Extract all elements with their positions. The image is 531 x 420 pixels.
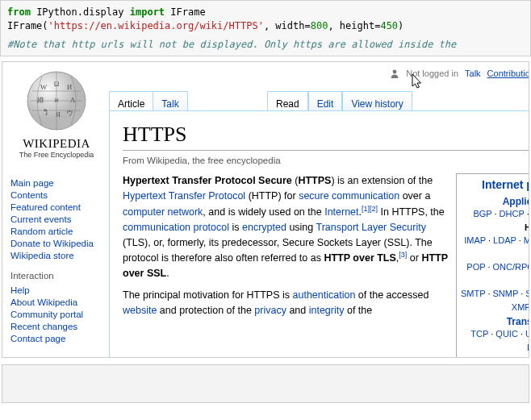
link-encrypted[interactable]: encrypted	[242, 222, 286, 233]
iframe-output: Not logged in Talk Contributions Create …	[2, 61, 529, 358]
nav-link[interactable]: Recent changes	[10, 320, 104, 332]
infobox-link[interactable]: SMTP	[461, 289, 485, 298]
top-contributions-link[interactable]: Contributions	[487, 69, 529, 78]
svg-text:Ω: Ω	[54, 80, 60, 88]
svg-text:維: 維	[36, 96, 44, 104]
code-num: 450	[380, 20, 398, 31]
top-user-bar: Not logged in Talk Contributions Create …	[390, 69, 529, 78]
logo-area[interactable]: WΩИ 維אΛ วิЯウ WIKIPEDIA The Free Encyclop…	[9, 69, 104, 159]
text: .	[166, 268, 169, 279]
link-tls[interactable]: Transport Layer Security	[316, 222, 426, 233]
user-icon	[390, 69, 399, 78]
nav-link[interactable]: Help	[10, 284, 104, 296]
infobox-link[interactable]: QUIC	[495, 329, 518, 339]
svg-point-0	[393, 70, 397, 74]
infobox-link[interactable]: MGCP	[524, 235, 529, 245]
logo-title: WIKIPEDIA	[9, 137, 104, 151]
code-text: )	[398, 20, 403, 31]
infobox-trans-head[interactable]: Transport layer	[460, 316, 529, 327]
infobox-link[interactable]: SNMP	[493, 289, 519, 298]
code-comment: #Note that http urls will not be display…	[7, 38, 524, 52]
article-content: HTTPS From Wikipedia, the free encyclope…	[109, 110, 529, 358]
infobox-link[interactable]: UDP	[525, 329, 529, 339]
not-logged-in-label: Not logged in	[406, 69, 458, 78]
nav-link[interactable]: Community portal	[10, 308, 104, 320]
text: and	[286, 305, 309, 316]
top-talk-link[interactable]: Talk	[465, 69, 481, 78]
code-text: , height=	[328, 20, 380, 31]
infobox-self: HTTPS	[525, 222, 529, 232]
output-scroll-area[interactable]	[2, 364, 529, 403]
text: , and is widely used on the	[203, 206, 324, 218]
infobox-link[interactable]: DHCP	[500, 209, 525, 218]
text: (HTTP) for	[245, 190, 299, 202]
link-http[interactable]: Hypertext Transfer Protocol	[123, 190, 245, 202]
logo-subtitle: The Free Encyclopedia	[9, 151, 104, 159]
nav-link[interactable]: Random article	[10, 225, 104, 237]
text: of the accessed	[355, 289, 429, 301]
infobox-title[interactable]: Internet protocol suite	[460, 176, 529, 193]
link-comm-protocol[interactable]: communication protocol	[123, 222, 229, 233]
page-title: HTTPS	[123, 123, 529, 151]
link-integrity[interactable]: integrity	[309, 305, 345, 316]
nav-link[interactable]: Contents	[10, 189, 104, 201]
svg-text:Λ: Λ	[70, 96, 76, 104]
kw-import: import	[130, 6, 165, 18]
code-cell: from IPython.display import IFrame IFram…	[0, 0, 531, 56]
text: The principal motivation for HTTPS is	[123, 289, 293, 301]
article-body: Hypertext Transfer Protocol Secure (HTTP…	[123, 173, 448, 358]
svg-text:วิ: วิ	[44, 109, 48, 117]
infobox-app-head[interactable]: Application layer	[460, 196, 529, 207]
svg-text:W: W	[40, 83, 48, 91]
text: of the	[345, 305, 373, 316]
text: over a	[399, 190, 430, 202]
link-privacy[interactable]: privacy	[254, 305, 286, 316]
nav-link[interactable]: About Wikipedia	[10, 296, 104, 308]
nav-link[interactable]: Wikipedia store	[10, 249, 104, 261]
link-computer-network[interactable]: computer network	[123, 206, 203, 218]
bold-text: Hypertext Transfer Protocol Secure	[123, 175, 292, 186]
infobox-link[interactable]: BGP	[473, 209, 491, 218]
sidebar-nav: Main pageContentsFeatured contentCurrent…	[10, 177, 104, 344]
nav-link[interactable]: Main page	[10, 177, 104, 189]
svg-text:Я: Я	[56, 110, 61, 119]
infobox-link[interactable]: SSH	[525, 289, 529, 298]
code-text: IFrame(	[7, 20, 48, 31]
infobox-link[interactable]: TCP	[470, 329, 488, 339]
link-internet[interactable]: Internet	[324, 206, 358, 218]
page-subtitle: From Wikipedia, the free encyclopedia	[123, 156, 529, 165]
link-secure-comm[interactable]: secure communication	[299, 190, 399, 202]
text: using	[286, 222, 316, 233]
infobox-link[interactable]: POP	[466, 262, 485, 272]
nav-link[interactable]: Current events	[10, 213, 104, 225]
wikipedia-globe-icon: WΩИ 維אΛ วิЯウ	[24, 69, 89, 133]
code-num: 800	[311, 20, 328, 31]
code-string: 'https://en.wikipedia.org/wiki/HTTPS'	[48, 20, 264, 31]
code-text: IPython.display	[31, 6, 130, 18]
svg-text:א: א	[54, 96, 59, 104]
link-authentication[interactable]: authentication	[293, 289, 356, 301]
infobox-more[interactable]: more...	[528, 356, 529, 358]
text: is	[229, 222, 242, 233]
link-website[interactable]: website	[123, 305, 157, 316]
infobox-link[interactable]: ONC/RPC	[493, 262, 529, 272]
svg-text:ウ: ウ	[66, 109, 73, 117]
infobox-link[interactable]: RSVP	[527, 343, 529, 352]
bold-text: HTTPS	[298, 175, 331, 186]
infobox: Internet protocol suite Application laye…	[456, 173, 529, 358]
ref-sup[interactable]: [1][2]	[362, 205, 378, 213]
svg-text:И: И	[67, 83, 73, 91]
nav-link[interactable]: Featured content	[10, 201, 104, 213]
code-text: , width=	[264, 20, 311, 31]
text: or	[407, 252, 421, 264]
ref-sup[interactable]: [3]	[399, 251, 407, 259]
nav-section-head: Interaction	[10, 271, 104, 281]
text: and protection of the	[157, 305, 254, 316]
infobox-link[interactable]: LDAP	[493, 235, 516, 245]
nav-link[interactable]: Donate to Wikipedia	[10, 237, 104, 249]
infobox-link[interactable]: XMPP	[512, 302, 529, 312]
code-text: IFrame	[165, 6, 206, 18]
infobox-link[interactable]: IMAP	[464, 235, 486, 245]
text: In HTTPS, the	[378, 206, 445, 218]
nav-link[interactable]: Contact page	[10, 332, 104, 344]
